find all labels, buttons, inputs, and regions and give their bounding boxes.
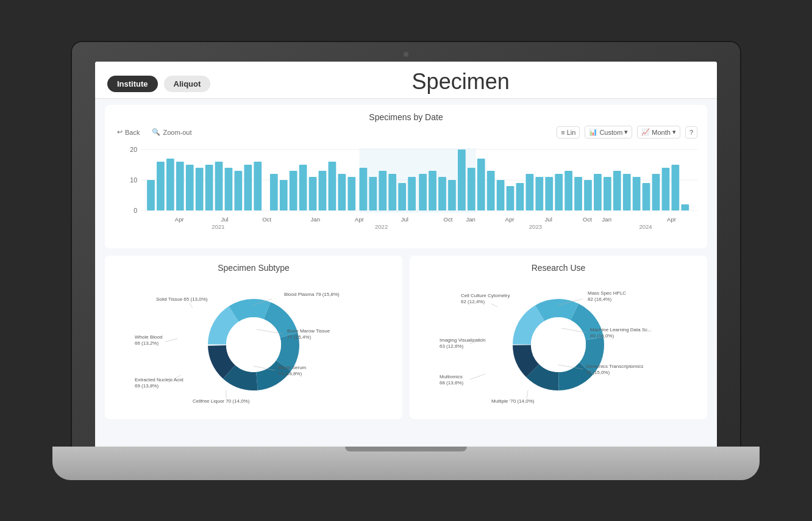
svg-line-115 xyxy=(558,299,583,305)
bottom-charts: Specimen Subtype xyxy=(105,256,707,419)
svg-text:Jul: Jul xyxy=(545,217,552,223)
svg-rect-74 xyxy=(672,165,680,210)
svg-text:Jan: Jan xyxy=(602,217,611,223)
svg-text:Oct: Oct xyxy=(262,217,271,223)
svg-rect-53 xyxy=(516,183,524,210)
svg-rect-45 xyxy=(438,177,446,210)
svg-rect-7 xyxy=(147,180,155,210)
svg-rect-67 xyxy=(604,177,611,210)
bar-chart: 20 10 0 xyxy=(115,143,697,241)
svg-rect-65 xyxy=(584,180,592,210)
lin-option[interactable]: ≡ Lin xyxy=(557,126,580,138)
svg-line-104 xyxy=(190,303,193,308)
svg-rect-12 xyxy=(196,168,204,210)
month-option[interactable]: 📈 Month ▾ xyxy=(637,126,680,138)
svg-rect-70 xyxy=(633,177,641,210)
svg-text:62 (12,4%): 62 (12,4%) xyxy=(461,299,485,304)
svg-text:Apr: Apr xyxy=(667,217,676,223)
svg-text:0: 0 xyxy=(134,207,137,214)
svg-rect-61 xyxy=(545,177,553,210)
svg-rect-75 xyxy=(681,204,689,210)
svg-rect-8 xyxy=(157,162,165,210)
svg-text:Cellfree Liquor 70 (14,0%): Cellfree Liquor 70 (14,0%) xyxy=(193,398,250,404)
svg-text:20: 20 xyxy=(130,146,137,153)
svg-rect-43 xyxy=(419,174,427,210)
svg-line-88 xyxy=(254,299,272,305)
svg-text:Blood Plasma 79 (15,8%): Blood Plasma 79 (15,8%) xyxy=(284,292,340,297)
svg-text:2024: 2024 xyxy=(639,224,652,230)
svg-text:Whole Blood: Whole Blood xyxy=(135,334,162,340)
svg-rect-9 xyxy=(166,159,174,210)
svg-rect-32 xyxy=(360,168,368,210)
svg-text:Apr: Apr xyxy=(505,217,515,223)
svg-text:Solid Tissue 65 (13,0%): Solid Tissue 65 (13,0%) xyxy=(156,296,208,302)
bar-icon: 📈 xyxy=(641,128,650,136)
svg-rect-14 xyxy=(215,162,223,210)
tab-institute[interactable]: Institute xyxy=(107,76,158,92)
svg-rect-34 xyxy=(379,171,386,210)
svg-rect-31 xyxy=(347,177,355,210)
svg-line-121 xyxy=(558,365,583,369)
svg-text:75 (15,0%): 75 (15,0%) xyxy=(586,370,610,375)
svg-rect-29 xyxy=(329,162,337,210)
svg-rect-35 xyxy=(388,174,396,210)
help-button[interactable]: ? xyxy=(685,126,697,138)
zoom-out-button[interactable]: 🔍 Zoom-out xyxy=(149,127,194,137)
svg-text:Apr: Apr xyxy=(355,217,364,223)
specimen-subtype-chart: Blood Plasma 79 (15,8%) Bone Marow Tissu… xyxy=(112,278,395,412)
svg-text:82 (16,4%): 82 (16,4%) xyxy=(588,296,611,302)
svg-rect-64 xyxy=(574,177,582,210)
research-use-section: Research Use xyxy=(410,256,707,419)
svg-text:Imaging Visualization: Imaging Visualization xyxy=(440,337,485,343)
svg-text:63 (12,6%): 63 (12,6%) xyxy=(440,343,463,349)
chart-toolbar: ↩ Back 🔍 Zoom-out ≡ xyxy=(115,126,697,138)
svg-text:68 (13,6%): 68 (13,6%) xyxy=(440,380,463,386)
specimen-subtype-section: Specimen Subtype xyxy=(105,256,402,419)
chart-icon: 📊 xyxy=(589,128,597,136)
svg-rect-24 xyxy=(280,180,288,210)
chevron-down-icon2: ▾ xyxy=(672,128,676,136)
research-use-chart: Mass Spec HPLC 82 (16,4%) Machine Learni… xyxy=(417,278,700,412)
camera-dot xyxy=(404,52,408,57)
svg-rect-36 xyxy=(398,183,406,210)
svg-text:80 (16,0%): 80 (16,0%) xyxy=(590,333,614,339)
svg-text:Multiomics: Multiomics xyxy=(440,374,463,379)
svg-rect-27 xyxy=(309,177,317,210)
svg-line-132 xyxy=(491,304,497,307)
svg-line-126 xyxy=(470,374,485,379)
svg-rect-69 xyxy=(623,174,631,210)
svg-text:10: 10 xyxy=(130,177,137,184)
svg-rect-66 xyxy=(594,174,602,210)
header: Institute Aliquot Specimen xyxy=(95,62,717,99)
svg-rect-15 xyxy=(225,168,233,210)
svg-rect-73 xyxy=(662,168,670,210)
help-icon: ? xyxy=(689,129,693,136)
svg-rect-47 xyxy=(458,149,466,210)
svg-text:Jan: Jan xyxy=(311,217,320,223)
svg-text:77 (15,4%): 77 (15,4%) xyxy=(287,334,311,340)
tab-aliquot[interactable]: Aliquot xyxy=(164,76,211,92)
svg-rect-26 xyxy=(299,165,307,210)
back-button[interactable]: ↩ Back xyxy=(115,127,142,137)
svg-rect-10 xyxy=(176,162,184,210)
svg-rect-55 xyxy=(535,177,543,210)
svg-rect-37 xyxy=(408,177,416,210)
svg-rect-30 xyxy=(338,174,346,210)
svg-rect-33 xyxy=(369,177,377,210)
svg-text:2021: 2021 xyxy=(212,224,224,230)
svg-text:Jul: Jul xyxy=(221,217,228,223)
svg-text:66 (13,2%): 66 (13,2%) xyxy=(135,340,158,346)
svg-rect-17 xyxy=(244,165,252,210)
svg-rect-44 xyxy=(429,171,436,210)
svg-rect-25 xyxy=(290,171,297,210)
svg-rect-49 xyxy=(477,159,485,210)
specimen-subtype-title: Specimen Subtype xyxy=(112,263,395,273)
bar-chart-title: Specimens by Date xyxy=(115,112,697,122)
bar-chart-section: Specimens by Date ↩ Back 🔍 Zoom-out xyxy=(105,105,707,248)
zoom-icon: 🔍 xyxy=(152,128,160,136)
lin-icon: ≡ xyxy=(561,129,564,136)
custom-option[interactable]: 📊 Custom ▾ xyxy=(585,126,632,138)
svg-text:2022: 2022 xyxy=(375,224,388,230)
svg-text:Jan: Jan xyxy=(466,217,475,223)
svg-text:Apr: Apr xyxy=(175,217,184,223)
